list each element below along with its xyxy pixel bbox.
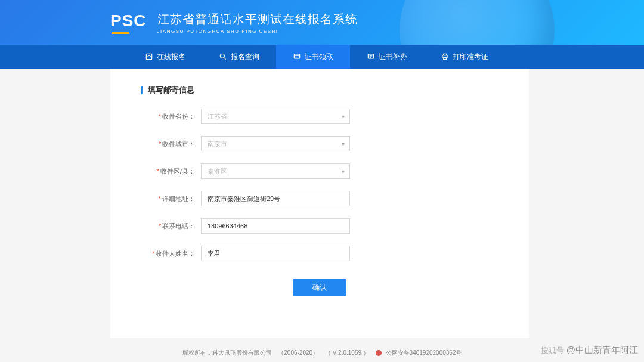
- select-district[interactable]: 秦淮区 ▾: [201, 163, 350, 179]
- watermark-source: 搜狐号: [541, 345, 564, 356]
- nav-item-query[interactable]: 报名查询: [202, 45, 276, 69]
- nav-bar: 在线报名 报名查询 证书领取 证书补办 打印准考证: [0, 45, 644, 69]
- nav-label: 打印准考证: [453, 52, 488, 62]
- footer-years: （2006-2020）: [278, 349, 318, 356]
- nav-item-print[interactable]: 打印准考证: [424, 45, 505, 69]
- content-card: 填写邮寄信息 *收件省份： 江苏省 ▾ *收件城市： 南京市 ▾ *收件区/县：…: [110, 69, 529, 338]
- row-district: *收件区/县： 秦淮区 ▾: [110, 163, 529, 179]
- input-name[interactable]: [201, 246, 350, 261]
- nav-label: 证书领取: [305, 52, 333, 62]
- edit-icon: [145, 52, 153, 61]
- nav-label: 证书补办: [379, 52, 407, 62]
- header-banner: PSC 江苏省普通话水平测试在线报名系统 JIANGSU PUTONGHUA S…: [0, 0, 644, 45]
- row-city: *收件城市： 南京市 ▾: [110, 136, 529, 151]
- svg-rect-2: [294, 54, 299, 58]
- label-phone: *联系电话：: [147, 222, 201, 231]
- label-address: *详细地址：: [147, 194, 201, 203]
- row-address: *详细地址：: [110, 191, 529, 206]
- nav-item-signup[interactable]: 在线报名: [128, 45, 202, 69]
- nav-item-reissue[interactable]: 证书补办: [350, 45, 424, 69]
- beian-badge-icon: [376, 350, 382, 356]
- svg-rect-0: [146, 54, 151, 59]
- chevron-down-icon: ▾: [342, 113, 345, 120]
- header-title: 江苏省普通话水平测试在线报名系统 JIANGSU PUTONGHUA SHUIP…: [157, 11, 358, 34]
- select-value: 秦淮区: [208, 167, 227, 176]
- input-phone[interactable]: [201, 218, 350, 234]
- header-title-cn: 江苏省普通话水平测试在线报名系统: [157, 11, 358, 27]
- input-address[interactable]: [201, 191, 350, 206]
- confirm-button[interactable]: 确认: [293, 279, 346, 296]
- svg-point-1: [220, 54, 224, 58]
- select-value: 南京市: [208, 140, 227, 148]
- section-title: 填写邮寄信息: [141, 85, 529, 95]
- header-globe-decoration: [400, 0, 555, 45]
- header-title-en: JIANGSU PUTONGHUA SHUIPING CESHI: [157, 29, 358, 34]
- cert-icon: [293, 52, 301, 61]
- section-title-text: 填写邮寄信息: [148, 85, 194, 95]
- svg-rect-6: [444, 58, 447, 60]
- logo: PSC: [110, 11, 147, 34]
- section-title-bar: [141, 86, 143, 94]
- reissue-icon: [367, 52, 375, 61]
- row-name: *收件人姓名：: [110, 246, 529, 261]
- footer-copyright: 版权所有：科大讯飞股份有限公司: [182, 349, 272, 356]
- label-district: *收件区/县：: [147, 167, 201, 176]
- footer-beian: 公网安备34019202000362号: [386, 349, 462, 356]
- nav-label: 在线报名: [157, 52, 185, 62]
- chevron-down-icon: ▾: [342, 141, 345, 147]
- search-icon: [219, 52, 227, 61]
- nav-label: 报名查询: [231, 52, 259, 62]
- label-name: *收件人姓名：: [147, 249, 201, 258]
- label-province: *收件省份：: [147, 112, 201, 121]
- row-phone: *联系电话：: [110, 218, 529, 234]
- select-city[interactable]: 南京市 ▾: [201, 136, 350, 151]
- submit-row: 确认: [110, 279, 529, 296]
- footer-version: （ V 2.0.1059 ）: [325, 349, 369, 356]
- chevron-down-icon: ▾: [342, 168, 345, 175]
- label-city: *收件城市：: [147, 140, 201, 148]
- print-icon: [441, 52, 449, 61]
- select-province[interactable]: 江苏省 ▾: [201, 109, 350, 124]
- watermark: 搜狐号 @中山新青年阿江: [541, 345, 638, 356]
- nav-item-certificate[interactable]: 证书领取: [276, 45, 350, 69]
- select-value: 江苏省: [208, 112, 227, 121]
- watermark-author: @中山新青年阿江: [566, 345, 638, 356]
- row-province: *收件省份： 江苏省 ▾: [110, 109, 529, 124]
- svg-rect-5: [444, 54, 447, 55]
